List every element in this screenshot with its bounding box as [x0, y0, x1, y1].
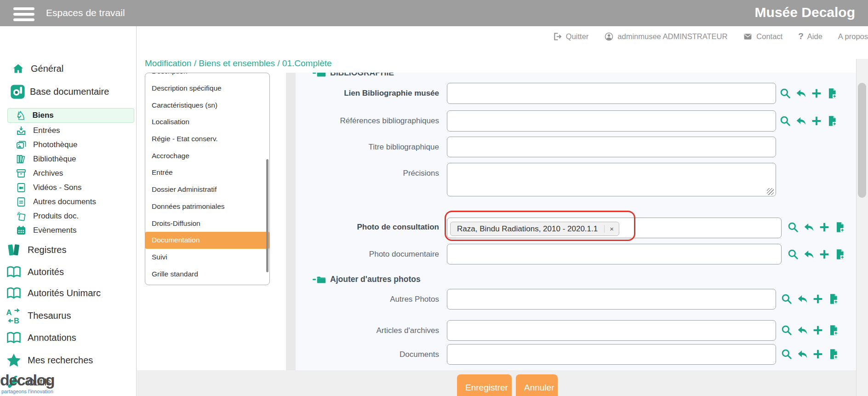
field-label: Titre bibliographique	[274, 142, 439, 152]
textarea-resize-handle[interactable]	[767, 188, 774, 195]
undo-icon[interactable]	[795, 87, 807, 99]
sidebar-item-annotations[interactable]: Annotations	[6, 329, 76, 346]
list-item[interactable]: Suivi	[145, 249, 269, 266]
sidebar-item-base-documentaire[interactable]: Base documentaire	[10, 84, 109, 99]
add-file-icon[interactable]	[834, 248, 846, 260]
search-icon[interactable]	[787, 248, 799, 260]
add-icon[interactable]	[812, 348, 824, 360]
undo-icon[interactable]	[803, 221, 815, 233]
add-icon[interactable]	[818, 248, 830, 260]
quitter-button[interactable]: Quitter	[553, 30, 589, 43]
undo-icon[interactable]	[796, 293, 808, 305]
list-item[interactable]: Grille standard	[145, 265, 269, 282]
add-icon[interactable]	[811, 87, 822, 99]
svg-text:B: B	[14, 316, 19, 324]
list-item[interactable]: Localisation	[145, 114, 269, 131]
add-file-icon[interactable]	[826, 115, 838, 127]
sidebar-item-videos-sons[interactable]: Vidéos - Sons	[16, 182, 82, 193]
search-icon[interactable]	[781, 324, 793, 336]
photo-consultation-chip[interactable]: Raza, Bindu Radiations, 2010 - 2020.1.1 …	[450, 222, 619, 236]
search-icon[interactable]	[781, 348, 793, 360]
add-file-icon[interactable]	[828, 348, 839, 360]
photo-documentaire-input[interactable]	[447, 244, 782, 264]
contact-button[interactable]: Contact	[743, 30, 782, 43]
list-item[interactable]: Entrée	[145, 164, 269, 181]
art-badge-icon	[10, 84, 25, 99]
paper-rays-icon	[16, 211, 27, 222]
sidebar-item-autres-documents[interactable]: Autres documents	[16, 196, 96, 207]
search-icon[interactable]	[779, 115, 791, 127]
titre-bibliographique-input[interactable]	[447, 137, 776, 157]
documents-input[interactable]	[447, 344, 776, 365]
add-file-icon[interactable]	[828, 324, 839, 336]
sidebar-item-registres[interactable]: Registres	[6, 241, 66, 258]
aide-button[interactable]: ? Aide	[798, 30, 822, 43]
add-icon[interactable]	[811, 115, 822, 127]
calendar-icon	[16, 225, 27, 236]
sidebar-item-entrees[interactable]: Entrées	[16, 125, 60, 136]
sidebar-item-phototheque[interactable]: Photothèque	[16, 139, 77, 150]
sidebar-item-produits-doc[interactable]: Produits doc.	[16, 211, 79, 222]
top-header-bar: Espaces de travail Musée Decalog	[0, 0, 868, 26]
sidebar-item-biens[interactable]: ♘ Biens	[16, 110, 54, 121]
list-item[interactable]: Droits-Diffusion	[145, 215, 269, 232]
precisions-textarea[interactable]	[447, 163, 776, 196]
field-label: Références bibliographiques	[274, 116, 439, 126]
add-file-icon[interactable]	[834, 221, 846, 233]
references-bibliographiques-input[interactable]	[447, 110, 776, 132]
sidebar-item-thesaurus[interactable]: AB Thesaurus	[6, 307, 71, 324]
save-button[interactable]: Enregistrer	[457, 374, 512, 396]
sidebar-item-autorites-unimarc[interactable]: Autorités Unimarc	[6, 285, 101, 301]
list-item[interactable]: Dossier Administratif	[145, 181, 269, 198]
lien-bibliographie-musee-input[interactable]	[447, 83, 776, 104]
sidebar-item-mes-recherches[interactable]: Mes recherches	[6, 352, 93, 368]
add-file-icon[interactable]	[828, 293, 839, 305]
list-item[interactable]: Régie - Etat conserv.	[145, 131, 269, 148]
cancel-button[interactable]: Annuler	[516, 374, 558, 396]
open-book-icon	[6, 264, 22, 280]
undo-icon[interactable]	[795, 115, 807, 127]
search-icon[interactable]	[781, 293, 793, 305]
add-icon[interactable]	[812, 293, 824, 305]
section-header-bibliographie-clipped: BIBLIOGRAPHIE	[313, 73, 506, 80]
list-item[interactable]: Description spécifique	[145, 80, 269, 97]
sidebar-item-general[interactable]: Général	[12, 63, 63, 75]
articles-archives-input[interactable]	[447, 320, 776, 341]
field-actions	[787, 248, 846, 260]
undo-icon[interactable]	[796, 324, 808, 336]
star-icon	[6, 352, 22, 368]
autres-photos-input[interactable]	[447, 289, 776, 310]
chip-remove-icon[interactable]: ×	[604, 225, 619, 233]
window-scrollbar-thumb[interactable]	[858, 83, 866, 198]
search-icon[interactable]	[779, 87, 791, 99]
search-icon[interactable]	[787, 221, 799, 233]
books-icon	[16, 154, 27, 165]
add-icon[interactable]	[812, 324, 824, 336]
chess-knight-icon: ♘	[16, 110, 26, 121]
sidebar-item-evenements[interactable]: Evènements	[16, 225, 77, 236]
field-label: Précisions	[274, 168, 439, 178]
open-book-icon	[6, 329, 22, 346]
field-label: Photo documentaire	[274, 249, 439, 259]
list-item[interactable]: Caractéristiques (sn)	[145, 97, 269, 114]
sidebar-item-autorites[interactable]: Autorités	[6, 264, 64, 280]
field-label: Lien Bibliographie musée	[274, 88, 439, 98]
utility-menu: Quitter adminmusee ADMINSTRATEUR Contact…	[533, 30, 868, 43]
list-item[interactable]: Description	[145, 73, 269, 80]
sidebar-item-bibliotheque[interactable]: Bibliothèque	[16, 154, 76, 165]
list-item-selected[interactable]: Documentation	[145, 232, 269, 249]
open-book-icon	[6, 285, 22, 301]
add-file-icon[interactable]	[826, 87, 838, 99]
list-scrollbar-thumb[interactable]	[266, 159, 268, 272]
user-menu[interactable]: adminmusee ADMINSTRATEUR	[604, 30, 727, 43]
list-item[interactable]: Données patrimoniales	[145, 198, 269, 215]
a-propos-button[interactable]: A propos	[838, 30, 868, 43]
undo-icon[interactable]	[803, 248, 815, 260]
hamburger-menu-icon[interactable]	[13, 5, 34, 24]
sidebar-item-archives[interactable]: Archives	[16, 168, 63, 179]
user-icon	[604, 32, 614, 41]
list-item[interactable]: Accrochage	[145, 147, 269, 164]
undo-icon[interactable]	[796, 348, 808, 360]
field-actions	[779, 87, 838, 99]
add-icon[interactable]	[818, 221, 830, 233]
